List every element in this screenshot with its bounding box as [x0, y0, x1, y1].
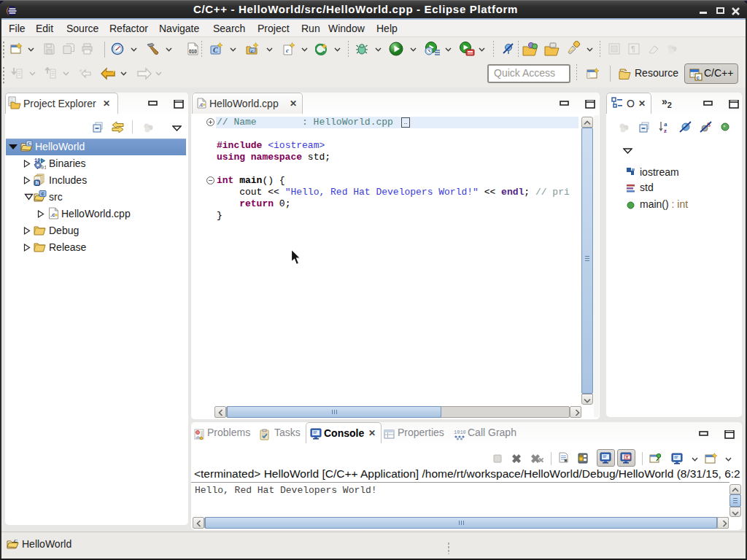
svg-text:010: 010: [189, 49, 197, 54]
svg-text:¶: ¶: [631, 44, 635, 53]
svg-text:c: c: [697, 74, 700, 81]
svg-text:h: h: [36, 180, 39, 185]
svg-text:01: 01: [41, 165, 46, 170]
svg-text:z: z: [664, 127, 667, 134]
svg-text:1010: 1010: [454, 429, 466, 435]
svg-text:c: c: [251, 48, 253, 54]
svg-text:.c: .c: [199, 101, 204, 108]
svg-text:C: C: [213, 46, 218, 54]
svg-text:c: c: [286, 47, 289, 54]
svg-text:C: C: [14, 538, 18, 544]
svg-text:C: C: [28, 141, 31, 146]
svg-text:.c: .c: [50, 211, 55, 218]
svg-text:c: c: [42, 191, 44, 196]
